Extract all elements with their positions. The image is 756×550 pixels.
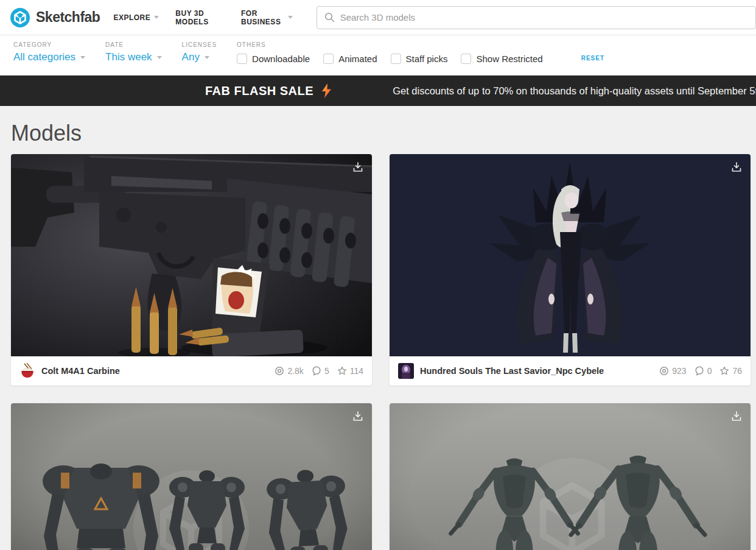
download-icon[interactable] — [729, 408, 744, 424]
filter-category-value: All categories — [13, 51, 75, 63]
chevron-down-icon — [205, 56, 209, 59]
banner-title: FAB FLASH SALE — [205, 84, 313, 98]
views-count: 2.8k — [287, 366, 303, 376]
nav-explore-label: EXPLORE — [113, 13, 150, 22]
model-thumbnail-rifle[interactable] — [11, 154, 372, 356]
views-stat: 923 — [659, 366, 686, 376]
comment-icon — [312, 366, 321, 376]
model-card: Hundred Souls The Last Savior_Npc Cybele… — [390, 154, 751, 386]
sketchfab-logo[interactable]: Sketchfab — [10, 7, 100, 28]
views-stat: 2.8k — [275, 366, 303, 376]
checkbox-show-restricted[interactable]: Show Restricted — [461, 54, 542, 64]
download-icon[interactable] — [350, 408, 366, 424]
sketchfab-logo-icon — [10, 7, 30, 28]
chevron-down-icon — [80, 56, 85, 59]
search-icon — [324, 12, 335, 23]
likes-stat: 76 — [719, 366, 742, 376]
models-grid: Colt M4A1 Carbine 2.8k 5 — [11, 154, 751, 550]
eye-icon — [275, 366, 284, 376]
avatar[interactable] — [398, 363, 414, 379]
downloadable-label: Downloadable — [252, 54, 310, 64]
fab-flash-sale-banner[interactable]: FAB FLASH SALE Get discounts of up to 70… — [0, 76, 756, 106]
chevron-down-icon — [154, 16, 159, 19]
page-title: Models — [11, 121, 756, 146]
staff-picks-label: Staff picks — [406, 54, 448, 64]
filter-bar: CATEGORY All categories DATE This week L… — [0, 35, 756, 76]
chevron-down-icon — [157, 56, 162, 59]
checkbox-animated[interactable]: Animated — [323, 54, 377, 64]
nav-buy-3d-models[interactable]: BUY 3D MODELS — [175, 9, 225, 26]
views-count: 923 — [672, 366, 686, 376]
filter-category-label: CATEGORY — [13, 41, 85, 48]
filter-checkbox-row: Downloadable Animated Staff picks Show R… — [237, 51, 543, 66]
animated-checkbox-box[interactable] — [323, 54, 334, 64]
search-input[interactable] — [340, 12, 748, 23]
filter-date: DATE This week — [105, 41, 162, 63]
comments-count: 0 — [707, 366, 712, 376]
filter-others-label: OTHERS — [237, 41, 543, 48]
brand-name: Sketchfab — [36, 9, 100, 26]
filter-licenses-dropdown[interactable]: Any — [182, 51, 217, 63]
avatar[interactable] — [19, 363, 35, 379]
likes-count: 114 — [350, 366, 363, 376]
search-bar[interactable] — [317, 6, 756, 29]
filter-licenses-label: LICENSES — [182, 41, 217, 48]
comments-count: 5 — [324, 366, 329, 376]
comment-icon — [695, 366, 704, 376]
main-nav: EXPLORE BUY 3D MODELS FOR BUSINESS — [113, 9, 309, 26]
filter-licenses-value: Any — [182, 51, 200, 63]
model-stats: 2.8k 5 114 — [275, 366, 363, 376]
models-page: Models — [0, 106, 756, 550]
show-restricted-label: Show Restricted — [476, 54, 542, 64]
reset-filters-button[interactable]: RESET — [581, 55, 604, 62]
eye-icon — [659, 366, 669, 376]
top-navbar: Sketchfab EXPLORE BUY 3D MODELS FOR BUSI… — [0, 0, 756, 35]
download-icon[interactable] — [350, 159, 366, 175]
download-icon[interactable] — [729, 159, 744, 175]
filter-date-label: DATE — [105, 41, 162, 48]
checkbox-downloadable[interactable]: Downloadable — [237, 54, 310, 64]
model-name[interactable]: Hundred Souls The Last Savior_Npc Cybele — [420, 366, 604, 376]
nav-buy-label: BUY 3D MODELS — [175, 9, 225, 26]
banner-message: Get discounts of up to 70% on thousands … — [393, 85, 756, 97]
animated-label: Animated — [338, 54, 377, 64]
model-card — [390, 403, 751, 550]
chevron-down-icon — [288, 16, 293, 19]
model-card — [11, 403, 372, 550]
star-icon — [337, 366, 347, 376]
model-card-footer: Hundred Souls The Last Savior_Npc Cybele… — [390, 356, 751, 386]
lightning-bolt-icon — [321, 83, 332, 98]
model-thumbnail-sorceress[interactable] — [390, 154, 751, 356]
filter-others: OTHERS Downloadable Animated Staff picks… — [237, 41, 543, 66]
checkbox-staff-picks[interactable]: Staff picks — [391, 54, 448, 64]
filter-category-dropdown[interactable]: All categories — [13, 51, 85, 63]
star-icon — [719, 366, 729, 376]
comments-stat: 0 — [695, 366, 712, 376]
nav-business-label: FOR BUSINESS — [241, 9, 284, 26]
model-card-footer: Colt M4A1 Carbine 2.8k 5 — [11, 356, 372, 386]
nav-for-business[interactable]: FOR BUSINESS — [241, 9, 293, 26]
likes-count: 76 — [732, 366, 742, 376]
model-thumbnail-two-robots[interactable] — [390, 403, 751, 550]
filter-date-dropdown[interactable]: This week — [105, 51, 162, 63]
likes-stat: 114 — [337, 366, 363, 376]
model-thumbnail-three-mechs[interactable] — [11, 403, 372, 550]
model-card: Colt M4A1 Carbine 2.8k 5 — [11, 154, 372, 386]
filter-category: CATEGORY All categories — [13, 41, 85, 63]
staff-picks-checkbox-box[interactable] — [391, 54, 401, 64]
model-name[interactable]: Colt M4A1 Carbine — [41, 366, 120, 376]
model-stats: 923 0 76 — [659, 366, 742, 376]
filter-date-value: This week — [105, 51, 152, 63]
show-restricted-checkbox-box[interactable] — [461, 54, 471, 64]
nav-explore[interactable]: EXPLORE — [113, 13, 159, 22]
filter-licenses: LICENSES Any — [182, 41, 217, 63]
downloadable-checkbox-box[interactable] — [237, 54, 247, 64]
comments-stat: 5 — [312, 366, 329, 376]
